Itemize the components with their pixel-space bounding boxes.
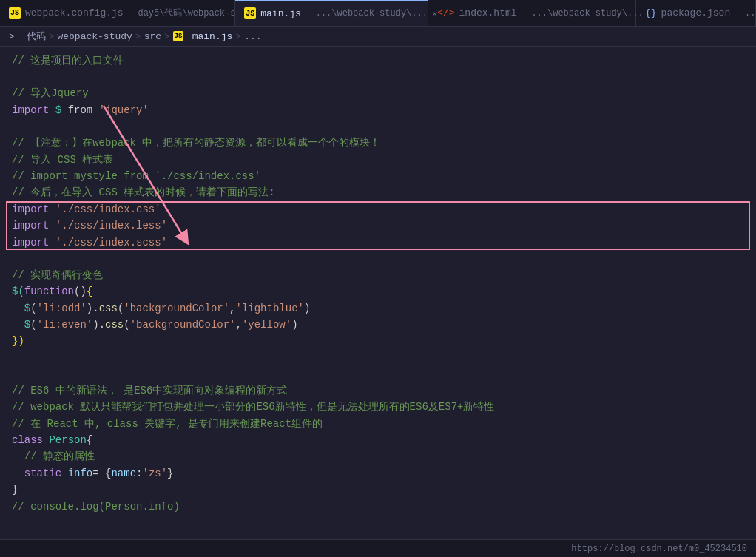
code-text <box>12 317 24 333</box>
status-url: https://blog.csdn.net/m0_45234510 <box>571 544 747 554</box>
breadcrumb-root: > <box>9 31 15 42</box>
breadcrumb-daima: 代码 <box>27 30 46 43</box>
import-path: './css/index.scss' <box>55 234 167 251</box>
var-dollar: $ <box>24 317 30 333</box>
code-line-7: // 导入 CSS 样式表 <box>0 152 756 168</box>
code-text: } <box>12 482 18 498</box>
code-text <box>49 102 55 118</box>
code-text: { <box>87 432 92 448</box>
keyword-class: class <box>12 432 43 448</box>
code-line-17: $('li:even').css('backgroundColor', 'yel… <box>0 317 756 333</box>
tab-label: main.js <box>260 8 301 19</box>
brace: }) <box>12 333 24 349</box>
keyword-static: static <box>24 465 61 482</box>
code-line-10: import './css/index.css' <box>0 201 756 217</box>
breadcrumb-mainjs: main.js <box>186 31 232 42</box>
code-text: ( <box>30 317 36 333</box>
code-text: ). <box>92 317 105 333</box>
code-line-24: class Person { <box>0 432 756 448</box>
code-line-13 <box>0 251 756 267</box>
comment: // 实现奇偶行变色 <box>12 267 103 283</box>
tab-index-html[interactable]: </> index.html ...\webpack-study\... <box>428 0 636 26</box>
import-path: './css/index.less' <box>55 217 167 234</box>
code-editor: // 这是项目的入口文件 // 导入Jquery import $ from '… <box>0 47 756 521</box>
code-text: ( <box>30 300 36 317</box>
brace: { <box>87 283 92 300</box>
breadcrumb-webpack-study: webpack-study <box>57 31 132 42</box>
prop-info: info <box>68 465 93 482</box>
code-text <box>92 102 98 118</box>
tab-main-js[interactable]: JS main.js ...\webpack-study\... ✕ <box>235 0 428 26</box>
js-icon: JS <box>173 31 183 41</box>
code-text <box>49 217 55 234</box>
breadcrumb-ellipsis: ... <box>244 31 261 42</box>
string: 'backgroundColor' <box>130 317 236 333</box>
code-line-6: // 【注意：】在webpack 中，把所有的静态资源，都可以看成一个个的模块！ <box>0 135 756 151</box>
code-text <box>12 300 24 317</box>
code-text: } <box>167 465 173 482</box>
comment: // ES6 中的新语法， 是ES6中实现面向对象编程的新方式 <box>12 382 287 399</box>
keyword-from: from <box>68 102 93 118</box>
code-line-15: $(function () { <box>0 283 756 300</box>
code-line-5 <box>0 118 756 135</box>
code-text: ). <box>87 300 99 317</box>
var-dollar: $ <box>55 102 61 118</box>
code-line-18: }) <box>0 333 756 349</box>
comment: // 这是项目的入口文件 <box>12 53 124 69</box>
code-line-9: // 今后，在导入 CSS 样式表的时候，请着下面的写法: <box>0 184 756 200</box>
string: 'backgroundColor' <box>124 300 229 317</box>
tab-package-json[interactable]: {} package.json ... <box>636 0 756 26</box>
string-zs: 'zs' <box>142 465 167 482</box>
prop-name: name <box>111 465 136 482</box>
string-jquery: 'jquery' <box>99 102 149 118</box>
code-text: : <box>136 465 142 482</box>
comment: // 【注意：】在webpack 中，把所有的静态资源，都可以看成一个个的模块！ <box>12 135 380 151</box>
code-text <box>61 465 67 482</box>
breadcrumb-src: src <box>144 31 161 42</box>
code-text <box>49 201 55 217</box>
import-path: './css/index.css' <box>55 201 161 217</box>
tab-label: package.json <box>661 7 731 18</box>
tab-webpack-config[interactable]: JS webpack.config.js day5\代码\webpack-stu… <box>0 0 235 26</box>
code-line-14: // 实现奇偶行变色 <box>0 267 756 283</box>
keyword-import: import <box>12 102 49 118</box>
comment: // 今后，在导入 CSS 样式表的时候，请着下面的写法: <box>12 184 275 200</box>
code-line-2 <box>0 69 756 85</box>
code-line-16: $('li:odd').css('backgroundColor', 'ligh… <box>0 300 756 317</box>
code-line-22: // webpack 默认只能帮我们打包并处理一小部分的ES6新特性，但是无法处… <box>0 399 756 415</box>
code-line-8: // import mystyle from './css/index.css' <box>0 168 756 184</box>
tab-sublabel: ...\webpack-study\... <box>531 8 643 18</box>
class-name: Person <box>49 432 86 448</box>
string: 'li:odd' <box>37 300 87 317</box>
code-line-1: // 这是项目的入口文件 <box>0 53 756 69</box>
string: 'lightblue' <box>236 300 304 317</box>
js-icon: JS <box>9 7 21 19</box>
comment: // console.log(Person.info) <box>12 499 180 515</box>
string: 'li:even' <box>37 317 93 333</box>
comment: // webpack 默认只能帮我们打包并处理一小部分的ES6新特性，但是无法处… <box>12 399 494 415</box>
code-line-11: import './css/index.less' <box>0 217 756 234</box>
keyword-import: import <box>12 217 49 234</box>
code-line-26: static info = { name : 'zs' } <box>0 465 756 482</box>
tab-label: index.html <box>459 7 517 18</box>
comment: // 在 React 中, class 关键字, 是专门用来创建React组件的 <box>12 416 323 432</box>
comment: // 导入Jquery <box>12 85 89 101</box>
func-css: css <box>99 300 118 317</box>
highlighted-section: import './css/index.css' import './css/i… <box>0 201 756 251</box>
tab-bar: JS webpack.config.js day5\代码\webpack-stu… <box>0 0 756 27</box>
code-line-27: } <box>0 482 756 498</box>
code-line-12: import './css/index.scss' <box>0 234 756 251</box>
js-icon: JS <box>244 7 256 19</box>
code-text: ( <box>124 317 129 333</box>
comment: // import mystyle from './css/index.css' <box>12 168 260 184</box>
tab-sublabel: ... <box>745 8 756 18</box>
func-css: css <box>105 317 124 333</box>
code-text: () <box>74 283 87 300</box>
code-text <box>43 432 49 448</box>
code-text: = { <box>92 465 111 482</box>
keyword-import: import <box>12 234 49 251</box>
breadcrumb: > 代码 > webpack-study > src > JS main.js … <box>0 27 756 47</box>
code-text: ( <box>118 300 124 317</box>
var-dollar: $ <box>24 300 30 317</box>
code-line-4: import $ from 'jquery' <box>0 102 756 118</box>
